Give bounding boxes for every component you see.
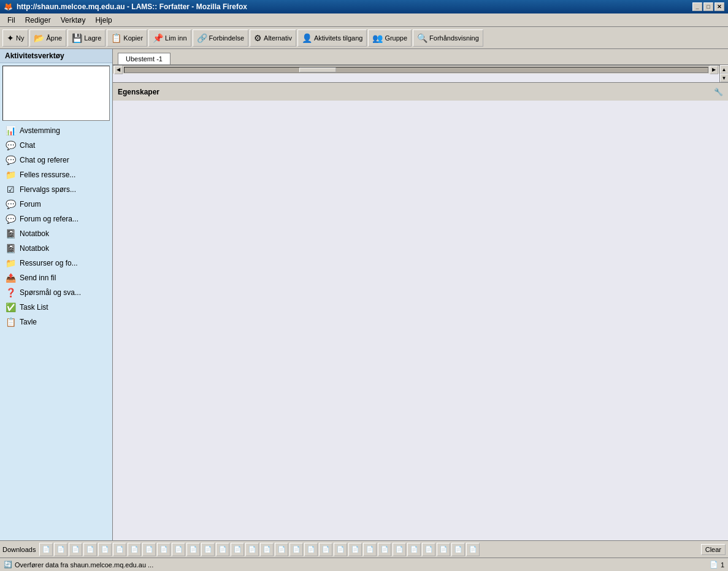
download-btn-6[interactable]: 📄: [113, 543, 126, 556]
sidebar-item-felles[interactable]: 📁 Felles ressurse...: [0, 167, 112, 182]
sidebar-item-label: Flervalgs spørs...: [20, 185, 76, 194]
sidebar-item-label: Chat: [20, 141, 35, 150]
vscroll-up-arrow[interactable]: ▲: [720, 65, 729, 74]
apne-icon: 📂: [34, 33, 44, 43]
download-btn-9[interactable]: 📄: [157, 543, 171, 556]
hscroll-thumb[interactable]: [299, 67, 336, 72]
maximize-button[interactable]: □: [703, 2, 713, 11]
downloads-label: Downloads: [2, 546, 36, 553]
close-button[interactable]: ✕: [715, 2, 724, 11]
download-btn-8[interactable]: 📄: [142, 543, 156, 556]
download-btn-1[interactable]: 📄: [39, 543, 53, 556]
vertical-scrollbar[interactable]: ▲ ▼: [719, 65, 728, 82]
sidebar-item-notatbok2[interactable]: 📓 Notatbok: [0, 241, 112, 256]
download-btn-17[interactable]: 📄: [275, 543, 288, 556]
sidebar-preview: [2, 66, 110, 121]
horizontal-scrollbar[interactable]: ◀ ▶: [113, 65, 719, 74]
download-btn-26[interactable]: 📄: [407, 543, 421, 556]
download-btn-4[interactable]: 📄: [83, 543, 97, 556]
download-btn-20[interactable]: 📄: [319, 543, 332, 556]
statusbar-message: Overfører data fra shaun.melcoe.mq.edu.a…: [15, 561, 153, 569]
download-btn-22[interactable]: 📄: [348, 543, 362, 556]
sidebar-item-label: Send inn fil: [20, 274, 56, 282]
properties-bar: Egenskaper 🔧: [113, 82, 728, 101]
main-area: Aktivitetsverktøy 📊 Avstemming 💬 Chat 💬 …: [0, 49, 728, 540]
sidebar-item-chat[interactable]: 💬 Chat: [0, 138, 112, 153]
tasklist-icon: ✅: [5, 302, 16, 312]
sidebar-item-forum-referat[interactable]: 💬 Forum og refera...: [0, 212, 112, 226]
hscroll-left-arrow[interactable]: ◀: [114, 66, 123, 74]
sidebar-item-send-inn[interactable]: 📤 Send inn fil: [0, 270, 112, 285]
toolbar-gruppe-button[interactable]: 👥 Gruppe: [368, 29, 412, 47]
toolbar-forhandsvisning-button[interactable]: 🔍 Forhåndsvisning: [413, 29, 483, 47]
toolbar-alternativ-button[interactable]: ⚙ Alternativ: [250, 29, 296, 47]
kopier-icon: 📋: [111, 33, 121, 43]
download-btn-21[interactable]: 📄: [334, 543, 347, 556]
sidebar-item-avstemming[interactable]: 📊 Avstemming: [0, 123, 112, 138]
download-btn-3[interactable]: 📄: [69, 543, 82, 556]
toolbar-ny-button[interactable]: ✦ Ny: [2, 29, 28, 47]
download-btn-25[interactable]: 📄: [393, 543, 406, 556]
download-btn-27[interactable]: 📄: [422, 543, 435, 556]
toolbar-forbindelse-button[interactable]: 🔗 Forbindelse: [193, 29, 248, 47]
clear-button[interactable]: Clear: [701, 544, 726, 555]
download-btn-23[interactable]: 📄: [363, 543, 377, 556]
menu-hjelp[interactable]: Hjelp: [90, 15, 117, 26]
sidebar-item-notatbok1[interactable]: 📓 Notatbok: [0, 226, 112, 241]
download-btn-18[interactable]: 📄: [289, 543, 303, 556]
sidebar-item-chat-referer[interactable]: 💬 Chat og referer: [0, 153, 112, 167]
download-btn-24[interactable]: 📄: [378, 543, 391, 556]
download-btn-15[interactable]: 📄: [245, 543, 259, 556]
menubar: Fil Rediger Verktøy Hjelp: [0, 13, 728, 27]
canvas-main: Arbeidsområde ✕ Plassering Plassering: [113, 65, 719, 82]
tab-ubestemt[interactable]: Ubestemt -1: [118, 53, 171, 64]
titlebar: 🦊 http://shaun.melcoe.mq.edu.au - LAMS::…: [0, 0, 728, 13]
menu-fil[interactable]: Fil: [2, 15, 20, 26]
properties-icon: 🔧: [714, 88, 723, 96]
toolbar-lagre-button[interactable]: 💾 Lagre: [67, 29, 105, 47]
transfer-icon: 🔄: [4, 561, 12, 569]
download-btn-29[interactable]: 📄: [451, 543, 465, 556]
hscroll-track[interactable]: [124, 67, 708, 73]
send-inn-icon: 📤: [5, 273, 16, 283]
toolbar-aktivitets-button[interactable]: 👤 Aktivitets tilgang: [297, 29, 367, 47]
sidebar-item-label: Forum og refera...: [20, 215, 79, 223]
download-btn-28[interactable]: 📄: [437, 543, 450, 556]
titlebar-controls: _ □ ✕: [692, 2, 724, 11]
download-btn-30[interactable]: 📄: [466, 543, 480, 556]
minimize-button[interactable]: _: [692, 2, 702, 11]
menu-verktoy[interactable]: Verktøy: [56, 15, 91, 26]
download-btn-16[interactable]: 📄: [260, 543, 274, 556]
download-btn-7[interactable]: 📄: [128, 543, 141, 556]
download-btn-13[interactable]: 📄: [216, 543, 229, 556]
download-btn-10[interactable]: 📄: [172, 543, 185, 556]
sidebar-item-flervalgs[interactable]: ☑ Flervalgs spørs...: [0, 182, 112, 197]
sidebar: Aktivitetsverktøy 📊 Avstemming 💬 Chat 💬 …: [0, 49, 113, 540]
chat-referer-icon: 💬: [5, 155, 16, 165]
menu-rediger[interactable]: Rediger: [20, 15, 56, 26]
forhandsvisning-icon: 🔍: [417, 33, 427, 43]
download-btn-19[interactable]: 📄: [304, 543, 318, 556]
sidebar-item-label: Task List: [20, 303, 48, 312]
download-btn-11[interactable]: 📄: [186, 543, 200, 556]
vscroll-down-arrow[interactable]: ▼: [720, 74, 729, 82]
hscroll-right-arrow[interactable]: ▶: [710, 66, 718, 74]
sidebar-item-forum[interactable]: 💬 Forum: [0, 197, 112, 212]
download-btn-12[interactable]: 📄: [201, 543, 215, 556]
download-btn-2[interactable]: 📄: [54, 543, 67, 556]
sidebar-item-tasklist[interactable]: ✅ Task List: [0, 300, 112, 315]
sidebar-item-tavle[interactable]: 📋 Tavle: [0, 315, 112, 329]
toolbar-kopier-button[interactable]: 📋 Kopier: [107, 29, 147, 47]
sidebar-item-label: Ressurser og fo...: [20, 259, 78, 267]
lagre-icon: 💾: [72, 33, 82, 43]
download-btn-14[interactable]: 📄: [231, 543, 244, 556]
sidebar-item-sporsmal[interactable]: ❓ Spørsmål og sva...: [0, 285, 112, 300]
notatbok1-icon: 📓: [5, 229, 16, 239]
toolbar-apne-button[interactable]: 📂 Åpne: [29, 29, 66, 47]
toolbar-lim-inn-button[interactable]: 📌 Lim inn: [148, 29, 191, 47]
sidebar-item-ressurser[interactable]: 📁 Ressurser og fo...: [0, 256, 112, 270]
lim-inn-icon: 📌: [153, 33, 163, 43]
download-btn-5[interactable]: 📄: [98, 543, 112, 556]
tab-bar: Ubestemt -1: [113, 49, 728, 65]
canvas-with-scroll: Arbeidsområde ✕ Plassering Plassering: [113, 65, 728, 82]
